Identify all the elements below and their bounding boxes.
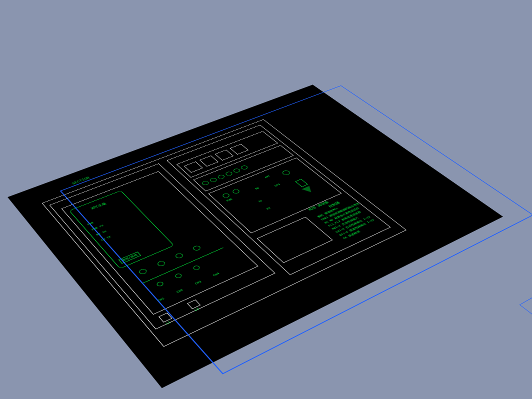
cad-viewport[interactable]: XPC主板 FAN PWR TX RX TX CH TX 断电/接地 PWR S… [0, 0, 532, 399]
